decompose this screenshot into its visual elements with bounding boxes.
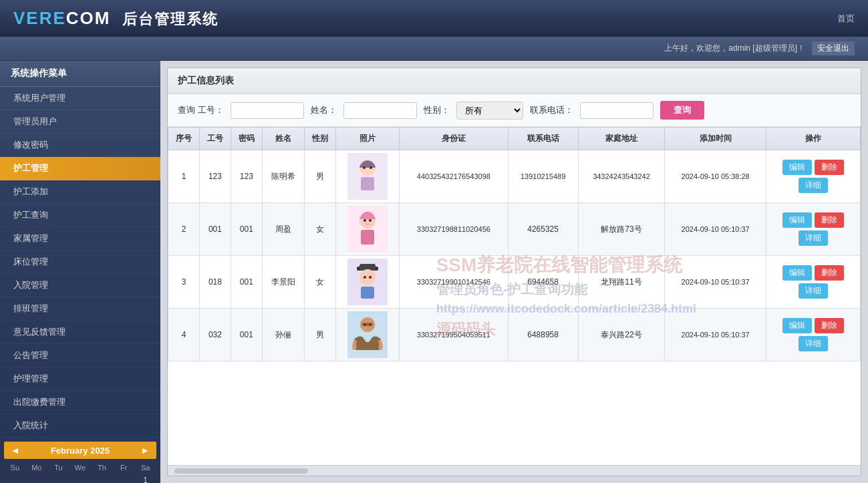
- calendar-month: February 2025: [51, 446, 110, 456]
- th-index: 序号: [168, 128, 200, 150]
- scroll-bar[interactable]: [168, 465, 861, 476]
- search-label-name: 姓名：: [311, 104, 337, 116]
- cal-day-mo: Mo: [26, 462, 48, 474]
- cell-pwd: 123: [231, 150, 262, 203]
- search-select-gender[interactable]: 所有 男 女: [456, 102, 523, 120]
- search-bar: 查询 工号： 姓名： 性别： 所有 男 女 联系电话： 查询: [168, 94, 861, 127]
- cell-action: 编辑 删除 详细: [766, 256, 861, 309]
- table-row: 1 123 123 陈明希 男: [168, 150, 861, 203]
- search-input-name[interactable]: [343, 102, 417, 119]
- main-layout: 系统操作菜单 系统用户管理 管理员用户 修改密码 护工管理 护工添加 护工查询 …: [0, 61, 868, 483]
- svg-rect-2: [361, 177, 374, 190]
- btn-edit-4[interactable]: 编辑: [782, 318, 812, 333]
- search-button[interactable]: 查询: [660, 101, 704, 120]
- cell-addtime: 2024-09-10 05:10:37: [665, 309, 766, 361]
- sidebar-item-change-pwd[interactable]: 修改密码: [0, 134, 160, 157]
- sidebar-item-bed-mgmt[interactable]: 床位管理: [0, 251, 160, 274]
- sidebar-item-schedule-mgmt[interactable]: 排班管理: [0, 297, 160, 321]
- th-idcard: 身份证: [400, 128, 508, 150]
- cell-id: 018: [199, 256, 231, 309]
- btn-edit-3[interactable]: 编辑: [782, 265, 812, 281]
- search-label-gender: 性别：: [424, 104, 450, 116]
- cell-id: 123: [199, 150, 231, 203]
- table-header-row: 序号 工号 密码 姓名 性别 照片 身份证 联系电话 家庭地址 添加时间 操作: [168, 128, 861, 150]
- logo: VERECOM 后台管理系统: [13, 8, 219, 29]
- btn-delete-3[interactable]: 删除: [815, 265, 844, 281]
- btn-edit-1[interactable]: 编辑: [782, 160, 812, 175]
- btn-delete-2[interactable]: 删除: [815, 212, 844, 228]
- search-label-phone: 联系电话：: [530, 104, 573, 116]
- sidebar-item-discharge-mgmt[interactable]: 出院缴费管理: [0, 391, 160, 414]
- cal-empty-1: [4, 474, 26, 483]
- sidebar-item-nurse-query[interactable]: 护工查询: [0, 204, 160, 227]
- svg-point-16: [369, 276, 372, 279]
- sidebar-item-nurse-add[interactable]: 护工添加: [0, 180, 160, 204]
- calendar-next[interactable]: ►: [140, 445, 150, 456]
- sidebar-item-family-mgmt[interactable]: 家属管理: [0, 227, 160, 251]
- cal-day-fr: Fr: [113, 462, 135, 474]
- logout-link[interactable]: 安全退出: [812, 41, 855, 55]
- cell-addtime: 2024-09-10 05:38:28: [665, 150, 766, 203]
- action-row-2: 编辑 删除: [782, 212, 845, 228]
- cell-gender: 女: [304, 256, 335, 309]
- th-id: 工号: [199, 128, 231, 150]
- cell-gender: 女: [304, 203, 335, 256]
- cell-index: 2: [168, 203, 200, 256]
- calendar-header: ◄ February 2025 ►: [4, 442, 156, 459]
- cell-name: 周盈: [262, 203, 304, 256]
- logo-vere: VERE: [13, 8, 66, 28]
- sidebar-item-admission-mgmt[interactable]: 入院管理: [0, 274, 160, 297]
- th-action: 操作: [766, 128, 861, 150]
- table-row: 2 001 001 周盈 女: [168, 203, 861, 256]
- cell-name: 李景阳: [262, 256, 304, 309]
- cell-pwd: 001: [231, 256, 262, 309]
- btn-detail-1[interactable]: 详细: [799, 178, 828, 193]
- cell-addtime: 2024-09-10 05:10:37: [665, 256, 766, 309]
- cal-day-su: Su: [4, 462, 26, 474]
- btn-detail-3[interactable]: 详细: [799, 283, 828, 299]
- cell-photo: [335, 256, 399, 309]
- home-link[interactable]: 首页: [837, 13, 855, 23]
- sidebar-item-notice-mgmt[interactable]: 公告管理: [0, 344, 160, 367]
- logo-subtitle: 后台管理系统: [122, 11, 219, 27]
- svg-point-8: [364, 219, 366, 222]
- calendar-days-header: Su Mo Tu We Th Fr Sa: [4, 462, 156, 474]
- th-address: 家庭地址: [578, 128, 665, 150]
- btn-detail-2[interactable]: 详细: [799, 230, 828, 246]
- btn-edit-2[interactable]: 编辑: [782, 212, 812, 228]
- cell-name: 孙俪: [262, 309, 304, 361]
- search-input-id[interactable]: [231, 102, 304, 119]
- action-row-3: 编辑 删除: [782, 265, 845, 281]
- svg-point-3: [363, 166, 366, 169]
- cell-idcard: 330327199504059511: [400, 309, 508, 361]
- btn-delete-1[interactable]: 删除: [815, 160, 844, 175]
- header: VERECOM 后台管理系统 首页: [0, 0, 868, 37]
- cell-gender: 男: [304, 150, 335, 203]
- sidebar-item-admission-stats[interactable]: 入院统计: [0, 414, 160, 438]
- search-input-phone[interactable]: [580, 102, 654, 119]
- cal-day-1[interactable]: 1: [134, 474, 156, 483]
- btn-detail-4[interactable]: 详细: [799, 336, 828, 351]
- panel-title: 护工信息列表: [168, 68, 861, 94]
- sidebar-item-nurse-mgmt[interactable]: 护工管理: [0, 157, 160, 180]
- calendar: ◄ February 2025 ► Su Mo Tu We Th Fr Sa: [0, 438, 160, 483]
- sidebar-item-user-mgmt[interactable]: 系统用户管理: [0, 87, 160, 110]
- sidebar-item-admin-user[interactable]: 管理员用户: [0, 110, 160, 134]
- cell-phone: 4265325: [508, 203, 578, 256]
- svg-rect-7: [361, 230, 374, 245]
- svg-point-4: [370, 166, 372, 169]
- btn-delete-4[interactable]: 删除: [815, 318, 844, 333]
- cell-idcard: 330327198811020456: [400, 203, 508, 256]
- calendar-prev[interactable]: ◄: [11, 445, 20, 456]
- cell-pwd: 001: [231, 309, 262, 361]
- sidebar-item-feedback-mgmt[interactable]: 意见反馈管理: [0, 321, 160, 344]
- calendar-days: 1 2 3 4 5 6 7 8: [4, 474, 156, 483]
- cell-address: 34324243543242: [578, 150, 665, 203]
- sidebar-item-care-mgmt[interactable]: 护理管理: [0, 367, 160, 391]
- cell-addtime: 2024-09-10 05:10:37: [665, 203, 766, 256]
- cell-photo: [335, 203, 399, 256]
- cell-idcard: 440325432176543098: [400, 150, 508, 203]
- cell-photo: [335, 150, 399, 203]
- th-password: 密码: [231, 128, 262, 150]
- header-nav: 首页: [837, 13, 855, 25]
